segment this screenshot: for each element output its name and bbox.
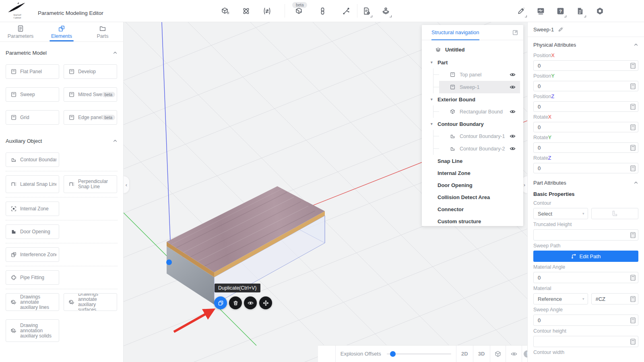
calculator-icon[interactable] [630,165,636,171]
caret-down-icon[interactable]: ▾ [431,122,435,126]
contour-height-input[interactable] [534,339,638,345]
mitred-sweep-button[interactable]: Mitred Sweep beta [64,87,117,102]
calculator-icon[interactable] [630,145,636,151]
caret-down-icon[interactable]: ▾ [431,61,435,64]
slider-thumb[interactable] [390,351,396,357]
material-code-field[interactable] [591,293,639,304]
material-angle-input[interactable] [534,275,638,281]
expand-panel-icon[interactable] [512,29,518,36]
view-2d-button[interactable]: 2D [456,346,473,362]
rotate-y-field[interactable] [533,142,638,153]
sweep-angle-field[interactable] [533,315,638,326]
calculator-icon[interactable] [630,124,636,130]
material-select[interactable]: Reference ▾ [533,293,588,304]
visibility-eye-icon[interactable] [509,72,516,77]
assembly-button[interactable] [239,4,253,18]
calculator-icon[interactable] [630,232,636,238]
material-angle-field[interactable] [533,272,638,283]
tree-group-exterior-bound[interactable]: ▾ Exterior Bound [422,93,523,105]
selected-tree-row[interactable]: Sweep-1 [439,81,520,93]
edit-path-button[interactable]: Edit Path [533,251,638,262]
tree-group-custom-structure[interactable]: Custom structure [422,215,523,226]
visibility-eye-icon[interactable] [509,134,516,139]
alerts-button[interactable]: ! [522,346,527,362]
calculator-icon[interactable] [630,317,636,323]
edge-panel-button[interactable]: Edge panel beta [64,110,117,125]
origin-handle-dot[interactable] [166,259,172,265]
parametric-model-header[interactable]: Parametric Model [6,47,118,59]
door-opening-button[interactable]: Door Opening [6,224,59,239]
tree-item-rectangular-bound[interactable]: Rectangular Bound [433,105,523,118]
sweep-angle-input[interactable] [534,317,638,323]
isometric-view-button[interactable] [490,346,506,362]
rename-pencil-icon[interactable] [558,27,564,32]
lateral-snap-line-button[interactable]: Lateral Snap Line [6,175,59,193]
tree-group-contour-boundary[interactable]: ▾ Contour Boundary [422,118,523,130]
tree-root-untitled[interactable]: Untitled [422,43,523,56]
tree-group-connector[interactable]: Connector [422,203,523,215]
position-z-input[interactable] [534,104,638,110]
rotate-y-input[interactable] [534,145,638,151]
visibility-button[interactable] [244,296,257,309]
flat-panel-button[interactable]: Flat Panel [6,64,59,79]
tab-parameters[interactable]: Parameters [0,22,41,41]
develop-button[interactable]: Develop [64,64,117,79]
edit-mode-button[interactable] [514,4,528,18]
delete-button[interactable] [229,296,242,309]
tab-elements[interactable]: Elements [41,22,82,41]
drawing-annotation-solids-button[interactable]: Drawing annotation auxiliary solids [6,319,59,342]
viewport-3d[interactable]: ‹ › Duplicate(Ctrl+V) [124,22,527,362]
tree-group-collision-detect-area[interactable]: Collision Detect Area [422,191,523,203]
rotate-z-field[interactable] [533,163,638,173]
calculator-icon[interactable] [630,339,636,345]
contour-boundary-button[interactable]: Contour Boundary [6,152,59,167]
explosion-offsets-slider[interactable] [387,351,451,357]
tab-parts[interactable]: Parts [82,22,123,41]
truncated-height-input[interactable] [534,232,638,238]
visibility-eye-icon[interactable] [509,109,516,114]
settings-button[interactable] [593,4,607,18]
publish-material-button[interactable] [379,4,392,18]
calculator-icon[interactable] [630,83,636,89]
drawings-annotate-lines-button[interactable]: Drawings annotate auxiliary lines [6,293,59,311]
position-x-input[interactable] [534,63,638,69]
position-y-input[interactable] [534,83,638,89]
auxiliary-object-header[interactable]: Auxiliary Object [6,135,118,147]
tree-item-sweep-1[interactable]: Sweep-1 [433,81,523,93]
internal-zone-button[interactable]: Internal Zone [6,202,59,216]
swap-replace-button[interactable] [260,4,274,18]
export-document-button[interactable] [359,4,373,18]
visibility-eye-icon[interactable] [509,146,516,151]
tree-group-part[interactable]: ▾ Part [422,56,523,68]
structural-nav-tab[interactable]: Structural navigation [431,25,479,40]
tree-group-snap-line[interactable]: Snap Line [422,155,523,167]
perpendicular-snap-line-button[interactable]: Perpendicular Snap Line [64,175,117,193]
duplicate-button[interactable] [214,296,227,309]
calculator-icon[interactable] [630,296,636,302]
tree-group-door-opening[interactable]: Door Opening [422,179,523,191]
physical-attributes-header[interactable]: Physical Attributes [533,38,638,51]
rotate-x-input[interactable] [534,124,638,130]
interference-zone-button[interactable]: Interference Zone [6,247,59,262]
pipe-fitting-button[interactable]: Pipe Fitting [6,270,59,285]
document-log-button[interactable] [573,4,587,18]
tree-item-contour-boundary-2[interactable]: Contour Boundary-2 [433,142,523,155]
position-x-field[interactable] [533,60,638,71]
contour-select[interactable]: Select ▾ [533,208,588,219]
link-constraint-button[interactable] [316,4,329,18]
component-library-button[interactable] [218,4,232,18]
contour-preview[interactable] [591,208,639,219]
caret-down-icon[interactable]: ▾ [431,98,435,101]
contour-height-field[interactable] [533,336,638,347]
calculator-icon[interactable] [630,63,636,69]
position-z-field[interactable] [533,101,638,112]
move-button[interactable] [259,296,272,309]
position-y-field[interactable] [533,81,638,91]
drawings-annotate-surfaces-button[interactable]: Drawings annotate auxiliary surfaces [64,293,117,311]
grid-button[interactable]: Grid [6,110,59,125]
tree-group-internal-zone[interactable]: Internal Zone [422,167,523,179]
tree-item-contour-boundary-1[interactable]: Contour Boundary-1 [433,130,523,142]
part-attributes-header[interactable]: Part Attributes [533,176,638,189]
truncated-height-field[interactable] [533,229,638,241]
help-button[interactable]: ? [553,4,567,18]
